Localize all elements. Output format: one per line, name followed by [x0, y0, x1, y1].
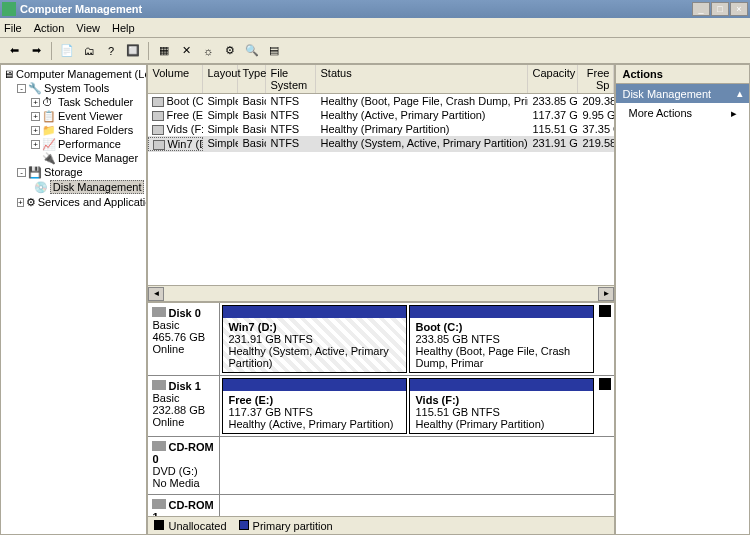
partition[interactable]: Win7 (D:)231.91 GB NTFSHealthy (System, … [222, 305, 407, 373]
action4-button[interactable]: ▤ [264, 41, 284, 61]
actions-header: Actions [616, 65, 749, 84]
hscrollbar[interactable]: ◄ ► [148, 285, 614, 301]
volume-row[interactable]: Boot (C:)SimpleBasicNTFSHealthy (Boot, P… [148, 94, 614, 108]
nav-tree: 🖥Computer Management (Local) -🔧System To… [0, 64, 147, 535]
up-button[interactable]: 📄 [57, 41, 77, 61]
collapse-icon: ▴ [737, 87, 743, 100]
end-marker [599, 378, 611, 390]
legend-unallocated-label: Unallocated [168, 520, 226, 532]
action1-button[interactable]: ☼ [198, 41, 218, 61]
col-capacity[interactable]: Capacity [528, 65, 578, 93]
disk-icon [152, 380, 166, 390]
list-button[interactable]: ▦ [154, 41, 174, 61]
end-marker [599, 305, 611, 317]
disk-icon [152, 441, 166, 451]
menu-help[interactable]: Help [112, 22, 135, 34]
menu-view[interactable]: View [76, 22, 100, 34]
properties-button[interactable]: 🗂 [79, 41, 99, 61]
delete-button[interactable]: ✕ [176, 41, 196, 61]
disk-row: CD-ROM 0DVD (G:)No Media [148, 437, 614, 495]
scroll-track[interactable] [164, 287, 598, 301]
maximize-button[interactable]: □ [711, 2, 729, 16]
col-volume[interactable]: Volume [148, 65, 203, 93]
separator [51, 42, 52, 60]
close-button[interactable]: × [730, 2, 748, 16]
separator [148, 42, 149, 60]
menu-file[interactable]: File [4, 22, 22, 34]
forward-button[interactable]: ➡ [26, 41, 46, 61]
col-type[interactable]: Type [238, 65, 266, 93]
legend-primary-swatch [239, 520, 249, 530]
tree-storage[interactable]: -💾Storage [3, 165, 144, 179]
disk-row: Disk 1Basic232.88 GBOnlineFree (E:)117.3… [148, 376, 614, 437]
menu-action[interactable]: Action [34, 22, 65, 34]
partition[interactable]: Boot (C:)233.85 GB NTFSHealthy (Boot, Pa… [409, 305, 594, 373]
help-button[interactable]: ? [101, 41, 121, 61]
tree-task-scheduler[interactable]: +⏱Task Scheduler [3, 95, 144, 109]
window-title: Computer Management [20, 3, 692, 15]
col-free[interactable]: Free Sp [578, 65, 614, 93]
legend-unallocated-swatch [154, 520, 164, 530]
partition[interactable]: Vids (F:)115.51 GB NTFSHealthy (Primary … [409, 378, 594, 434]
chevron-right-icon: ▸ [731, 107, 737, 120]
tree-disk-management[interactable]: 💿Disk Management [3, 179, 144, 195]
tree-shared-folders[interactable]: +📁Shared Folders [3, 123, 144, 137]
scroll-left-button[interactable]: ◄ [148, 287, 164, 301]
tree-root[interactable]: 🖥Computer Management (Local) [3, 67, 144, 81]
menubar: File Action View Help [0, 18, 750, 38]
tree-services[interactable]: +⚙Services and Applications [3, 195, 144, 209]
scroll-right-button[interactable]: ► [598, 287, 614, 301]
col-status[interactable]: Status [316, 65, 528, 93]
partition[interactable]: Free (E:)117.37 GB NTFSHealthy (Active, … [222, 378, 407, 434]
col-fs[interactable]: File System [266, 65, 316, 93]
actions-pane: Actions Disk Management▴ More Actions▸ [615, 64, 750, 535]
tree-device-manager[interactable]: 🔌Device Manager [3, 151, 144, 165]
app-icon [2, 2, 16, 16]
tree-system-tools[interactable]: -🔧System Tools [3, 81, 144, 95]
volume-row[interactable]: Win7 (D:)SimpleBasicNTFSHealthy (System,… [148, 136, 614, 152]
legend-primary-label: Primary partition [253, 520, 333, 532]
volume-row[interactable]: Vids (F:)SimpleBasicNTFSHealthy (Primary… [148, 122, 614, 136]
toolbar: ⬅ ➡ 📄 🗂 ? 🔲 ▦ ✕ ☼ ⚙ 🔍 ▤ [0, 38, 750, 64]
action3-button[interactable]: 🔍 [242, 41, 262, 61]
tree-performance[interactable]: +📈Performance [3, 137, 144, 151]
volume-row[interactable]: Free (E:)SimpleBasicNTFSHealthy (Active,… [148, 108, 614, 122]
disk-icon [152, 499, 166, 509]
refresh-button[interactable]: 🔲 [123, 41, 143, 61]
legend: Unallocated Primary partition [148, 516, 614, 534]
disk-icon [152, 307, 166, 317]
disk-graphical-pane: Disk 0Basic465.76 GBOnlineWin7 (D:)231.9… [148, 301, 614, 516]
disk-row: CD-ROM 1 [148, 495, 614, 516]
disk-row: Disk 0Basic465.76 GBOnlineWin7 (D:)231.9… [148, 303, 614, 376]
back-button[interactable]: ⬅ [4, 41, 24, 61]
actions-more[interactable]: More Actions▸ [616, 103, 749, 124]
tree-event-viewer[interactable]: +📋Event Viewer [3, 109, 144, 123]
minimize-button[interactable]: _ [692, 2, 710, 16]
volume-grid: Volume Layout Type File System Status Ca… [148, 65, 614, 285]
col-layout[interactable]: Layout [203, 65, 238, 93]
action2-button[interactable]: ⚙ [220, 41, 240, 61]
actions-subheader[interactable]: Disk Management▴ [616, 84, 749, 103]
